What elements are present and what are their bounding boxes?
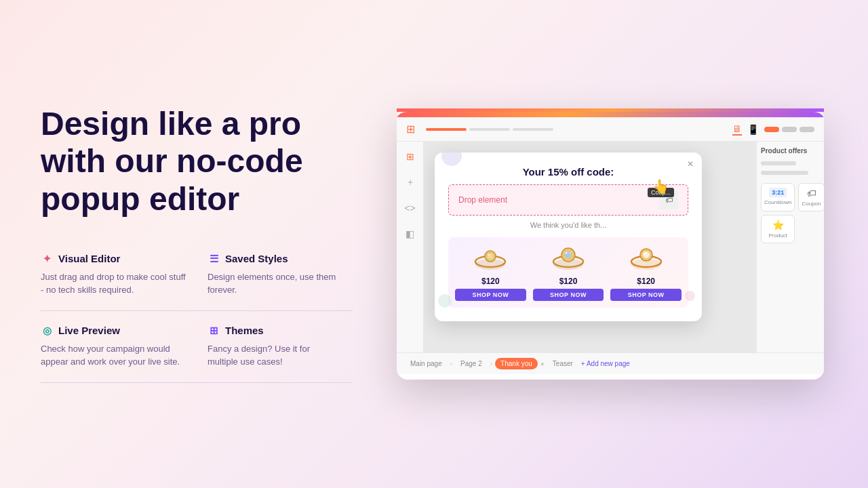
feature-saved-styles-title: ☰ Saved Styles <box>208 253 342 265</box>
themes-icon: ⊞ <box>208 325 220 337</box>
countdown-icon: 3:21 <box>769 188 787 197</box>
decor-dot-1 <box>441 152 462 166</box>
product-icon: ⭐ <box>772 220 784 230</box>
editor-right-panel: Product offers 3:21 Countdown 🏷 <box>756 142 824 352</box>
popup-modal: ✕ Your 15% off code: Drop element 🏷 Coup… <box>435 152 702 321</box>
decor-dot-2 <box>438 294 452 308</box>
shop-now-btn-1[interactable]: SHOP NOW <box>455 289 526 301</box>
feature-themes-desc: Fancy a design? Use it for multiple use … <box>208 342 342 369</box>
editor-canvas: ✕ Your 15% off code: Drop element 🏷 Coup… <box>424 142 756 352</box>
shop-now-btn-3[interactable]: SHOP NOW <box>610 289 682 301</box>
popup-subtitle: We think you'd like th... <box>448 221 688 229</box>
page-tab-thankyou[interactable]: Thank you <box>495 358 538 369</box>
page-wrapper: Design like a pro with our no-code popup… <box>0 0 868 488</box>
svg-point-4 <box>488 254 490 256</box>
panel-element-product[interactable]: ⭐ Product <box>761 215 795 243</box>
feature-themes-title: ⊞ Themes <box>208 325 342 337</box>
popup-close-button[interactable]: ✕ <box>684 158 696 170</box>
feature-visual-editor-title: ✦ Visual Editor <box>41 253 186 265</box>
page-tab-main[interactable]: Main page <box>405 358 448 369</box>
hero-title: Design like a pro with our no-code popup… <box>41 105 353 218</box>
cursor-hand-icon: 👆 <box>652 178 669 195</box>
product-price-2: $120 <box>559 277 578 286</box>
popup-title: Your 15% off code: <box>448 166 688 178</box>
editor-page-tabs: Main page › Page 2 › Thank you ● Teaser … <box>397 352 824 374</box>
editor-toolbar: ⊞ 🖥 📱 <box>397 117 824 142</box>
action-dot-2 <box>800 127 814 132</box>
add-new-page-button[interactable]: + Add new page <box>581 360 630 367</box>
toolbar-tab-active <box>426 128 467 131</box>
sidebar-layers-icon[interactable]: ◧ <box>402 226 418 242</box>
page-tab-teaser[interactable]: Teaser <box>547 358 578 369</box>
tab-separator-2: › <box>490 360 492 367</box>
visual-editor-icon: ✦ <box>41 253 53 265</box>
decor-dot-3 <box>685 291 695 301</box>
features-grid: ✦ Visual Editor Just drag and drop to ma… <box>41 239 353 383</box>
live-preview-icon: ◎ <box>41 325 53 337</box>
sidebar-code-icon[interactable]: <> <box>402 200 418 216</box>
feature-live-preview-title: ◎ Live Preview <box>41 325 186 337</box>
left-panel: Design like a pro with our no-code popup… <box>41 105 353 383</box>
feature-live-preview-desc: Check how your campaign would appear and… <box>41 342 186 369</box>
desktop-icon[interactable]: 🖥 <box>732 123 742 136</box>
tab-separator-3: ● <box>540 360 545 367</box>
svg-point-16 <box>647 256 648 257</box>
device-icons: 🖥 📱 <box>732 123 759 136</box>
feature-saved-styles: ☰ Saved Styles Design elements once, use… <box>197 239 353 311</box>
coupon-label: Coupon <box>802 201 821 207</box>
svg-point-15 <box>644 252 646 255</box>
svg-point-10 <box>570 252 571 253</box>
panel-element-countdown[interactable]: 3:21 Countdown <box>761 183 795 211</box>
products-row: $120 SHOP NOW <box>448 237 688 308</box>
action-dots <box>764 127 814 132</box>
product-price-3: $120 <box>637 277 655 286</box>
product-card-3: $120 SHOP NOW <box>610 244 682 301</box>
action-dot-active <box>764 127 779 132</box>
editor-body: ⊞ ＋ <> ◧ ✕ Your 15% off code: <box>397 142 824 352</box>
feature-visual-editor: ✦ Visual Editor Just drag and drop to ma… <box>41 239 197 311</box>
product-card-1: $120 SHOP NOW <box>455 244 526 301</box>
feature-visual-editor-desc: Just drag and drop to make cool stuff - … <box>41 270 186 297</box>
editor-window: ⊞ 🖥 📱 ⊞ <box>397 108 824 380</box>
feature-live-preview: ◎ Live Preview Check how your campaign w… <box>41 311 197 383</box>
saved-styles-icon: ☰ <box>208 253 220 265</box>
editor-sidebar: ⊞ ＋ <> ◧ <box>397 142 424 352</box>
product-ring-3 <box>627 244 665 274</box>
editor-gradient-bar <box>397 112 824 117</box>
grid-icon: ⊞ <box>406 123 415 136</box>
toolbar-tab-1 <box>469 128 510 131</box>
toolbar-tab-2 <box>513 128 553 131</box>
panel-element-coupon[interactable]: 🏷 Coupon <box>798 183 824 211</box>
svg-point-14 <box>643 251 650 258</box>
product-label: Product <box>768 232 787 239</box>
feature-themes: ⊞ Themes Fancy a design? Use it for mult… <box>197 311 353 383</box>
feature-saved-styles-desc: Design elements once, use them forever. <box>208 270 342 297</box>
product-ring-1 <box>471 244 509 274</box>
product-ring-2 <box>549 244 587 274</box>
panel-elements: 3:21 Countdown 🏷 Coupon ⭐ Product <box>761 183 820 243</box>
sidebar-layout-icon[interactable]: ⊞ <box>402 148 418 165</box>
coupon-icon: 🏷 <box>807 188 816 199</box>
toolbar-tabs <box>420 128 727 131</box>
product-price-1: $120 <box>481 277 500 286</box>
drop-element-label: Drop element <box>458 195 507 205</box>
prop-line-2 <box>761 171 808 175</box>
prop-line-1 <box>761 161 796 165</box>
mobile-icon[interactable]: 📱 <box>747 124 759 135</box>
page-tab-page2[interactable]: Page 2 <box>455 358 488 369</box>
svg-point-9 <box>566 252 568 254</box>
action-dot-1 <box>782 127 797 132</box>
tab-separator-1: › <box>450 360 452 367</box>
sidebar-elements-icon[interactable]: ＋ <box>402 174 418 190</box>
right-panel: ⊞ 🖥 📱 ⊞ <box>393 108 827 380</box>
countdown-label: Countdown <box>764 199 791 205</box>
panel-title: Product offers <box>761 147 820 155</box>
shop-now-btn-2[interactable]: SHOP NOW <box>533 289 604 301</box>
product-card-2: $120 SHOP NOW <box>533 244 604 301</box>
